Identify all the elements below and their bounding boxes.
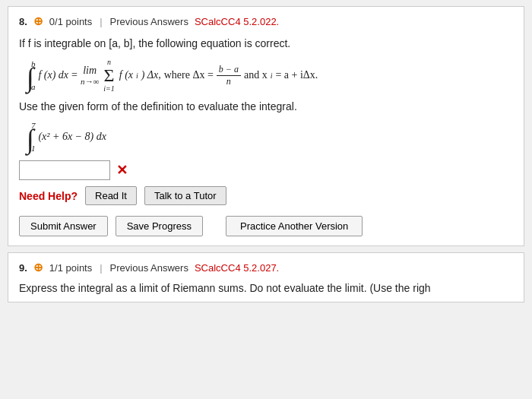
incorrect-mark: ✕ [116,162,128,179]
q9-prev-label: Previous Answers [110,262,188,274]
sum-block: n Σ i=1 [103,58,115,93]
question-8-block: 8. ⊕ 0/1 points | Previous Answers SCalc… [8,6,524,246]
answer-input-row: ✕ [19,160,513,180]
talk-to-tutor-button[interactable]: Talk to a Tutor [144,186,226,205]
need-help-row: Need Help? Read It Talk to a Tutor [19,186,513,205]
save-progress-button[interactable]: Save Progress [116,216,203,236]
integral-symbol-eval: ∫ 7 1 [27,121,35,153]
answer-input[interactable] [19,160,110,180]
lim-block: lim n→∞ [81,65,99,86]
submit-answer-button[interactable]: Submit Answer [19,216,108,236]
q8-separator: | [100,16,102,27]
action-buttons-row: Submit Answer Save Progress Practice Ano… [19,216,513,236]
q9-points: 1/1 points [49,262,92,274]
q8-source: SCalcCC4 5.2.022. [195,16,279,27]
delta-x-fraction: b − a n [217,64,241,87]
q8-use-form: Use the given form of the definition to … [19,99,513,115]
question-9-header: 9. ⊕ 1/1 points | Previous Answers SCalc… [19,261,513,274]
q9-problem-text: Express the integral as a limit of Riema… [19,282,513,294]
read-it-button[interactable]: Read It [85,186,137,205]
q9-source: SCalcCC4 5.2.027. [195,262,279,274]
q8-problem-intro: If f is integrable on [a, b], the follow… [19,36,513,52]
question-8-header: 8. ⊕ 0/1 points | Previous Answers SCalc… [19,14,513,28]
q8-main-formula: ∫ b a f (x) dx = lim n→∞ n Σ i=1 f (xi) … [27,58,513,93]
q8-plus-icon: ⊕ [33,14,43,28]
q9-separator: | [100,262,102,274]
q8-eval-integral: ∫ 7 1 (x² + 6x − 8) dx [27,121,513,153]
q8-points: 0/1 points [49,16,92,27]
q9-plus-icon: ⊕ [33,261,43,274]
need-help-label: Need Help? [19,190,78,202]
q8-number: 8. [19,16,27,27]
q9-number: 9. [19,262,27,274]
q8-prev-label: Previous Answers [110,16,188,27]
question-9-block: 9. ⊕ 1/1 points | Previous Answers SCalc… [8,252,524,302]
practice-another-button[interactable]: Practice Another Version [226,216,363,236]
integral-symbol-ab: ∫ b a [27,59,35,91]
